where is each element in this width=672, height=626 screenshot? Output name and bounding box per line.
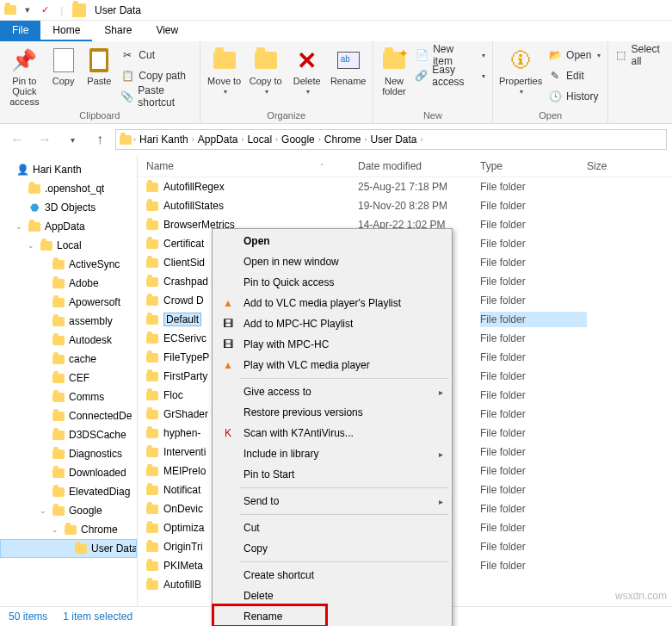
file-type: File folder <box>480 463 587 479</box>
nav-back-button[interactable]: ← <box>5 127 29 152</box>
edit-button[interactable]: ✎Edit <box>546 67 602 84</box>
crumb[interactable]: Google <box>280 133 317 146</box>
ctx-delete[interactable]: Delete <box>214 586 450 606</box>
ctx-create-shortcut[interactable]: Create shortcut <box>214 565 450 586</box>
address-bar[interactable]: › Hari Kanth› AppData› Local› Google› Ch… <box>115 129 667 150</box>
tree-item[interactable]: ⌄AppData <box>0 217 137 236</box>
qat-dropdown-icon[interactable]: ▾ <box>21 3 34 17</box>
tree-item[interactable]: Comms <box>0 387 137 406</box>
file-type: File folder <box>480 274 587 289</box>
tree-item[interactable]: ⌄Local <box>0 236 137 255</box>
folder-icon <box>52 485 65 499</box>
ctx-send-to[interactable]: Send to <box>214 491 450 511</box>
group-organize: Move to Copy to ✕ Delete Rename Organize <box>200 41 373 123</box>
tree-item[interactable]: ConnectedDe <box>0 406 137 425</box>
tab-home[interactable]: Home <box>40 21 92 41</box>
ctx-copy[interactable]: Copy <box>214 538 450 559</box>
title-bar: ▾ ✓ | User Data <box>0 0 672 21</box>
paste-shortcut-button[interactable]: 📎Paste shortcut <box>119 88 194 105</box>
file-type: File folder <box>480 369 587 384</box>
file-name: Default <box>163 313 201 326</box>
mpc-icon: 🎞 <box>219 315 237 332</box>
ctx-restore-versions[interactable]: Restore previous versions <box>214 402 450 423</box>
qat-props-icon[interactable]: ✓ <box>38 3 52 17</box>
crumb[interactable]: Local <box>245 133 274 146</box>
ctx-open-new-window[interactable]: Open in new window <box>214 251 450 272</box>
tree-item[interactable]: ⬣3D Objects <box>0 198 137 217</box>
ctx-include-library[interactable]: Include in library <box>214 443 450 464</box>
move-to-button[interactable]: Move to <box>206 43 244 96</box>
copy-button[interactable]: Copy <box>47 43 80 107</box>
tree-item[interactable]: Diagnostics <box>0 444 137 463</box>
tab-share[interactable]: Share <box>92 21 144 41</box>
cut-button[interactable]: ✂Cut <box>119 46 194 64</box>
ctx-cut[interactable]: Cut <box>214 518 450 538</box>
file-row[interactable]: AutofillRegex25-Aug-21 7:18 PMFile folde… <box>138 177 672 196</box>
tree-item[interactable]: ⌄Chrome <box>0 520 137 539</box>
ctx-pin-start[interactable]: Pin to Start <box>214 464 450 485</box>
tree-item[interactable]: ⌄Google <box>0 501 137 520</box>
ctx-mpc-play[interactable]: 🎞Play with MPC-HC <box>214 334 450 355</box>
new-folder-button[interactable]: ✦ New folder <box>379 43 410 96</box>
rename-button[interactable]: Rename <box>330 43 367 96</box>
tree-item[interactable]: .openshot_qt <box>0 179 137 198</box>
ctx-pin-quick-access[interactable]: Pin to Quick access <box>214 272 450 293</box>
tree-item[interactable]: Adobe <box>0 274 137 293</box>
folder-icon <box>146 391 158 400</box>
col-date[interactable]: Date modified <box>358 160 480 172</box>
tree-item[interactable]: assembly <box>0 312 137 331</box>
paste-button[interactable]: Paste <box>83 43 115 107</box>
file-name: OriginTri <box>163 541 203 553</box>
delete-icon: ✕ <box>297 46 317 75</box>
column-headers[interactable]: Name˄ Date modified Type Size <box>138 155 672 177</box>
new-item-button[interactable]: 📄New item <box>413 46 487 64</box>
delete-button[interactable]: ✕ Delete <box>288 43 326 96</box>
tree-item[interactable]: Autodesk <box>0 331 137 350</box>
file-row[interactable]: AutofillStates19-Nov-20 8:28 PMFile fold… <box>138 196 672 215</box>
crumb[interactable]: Chrome <box>323 133 363 146</box>
copy-to-button[interactable]: Copy to <box>247 43 285 96</box>
history-button[interactable]: 🕓History <box>546 88 602 105</box>
col-size[interactable]: Size <box>587 160 672 172</box>
ctx-vlc-playlist[interactable]: ▲Add to VLC media player's Playlist <box>214 293 450 313</box>
tree-item[interactable]: User Data <box>0 539 137 558</box>
col-name[interactable]: Name˄ <box>138 160 358 172</box>
folder-icon <box>52 314 65 328</box>
ctx-rename[interactable]: Rename <box>214 606 450 626</box>
pin-quick-access-button[interactable]: 📌 Pin to Quick access <box>5 43 44 107</box>
tree-item[interactable]: Apowersoft <box>0 293 137 312</box>
crumb[interactable]: Hari Kanth <box>138 133 190 146</box>
ctx-open[interactable]: Open <box>214 231 450 251</box>
nav-recent-button[interactable]: ▾ <box>60 127 84 152</box>
ctx-scan-antivirus[interactable]: KScan with K7AntiVirus... <box>214 423 450 443</box>
chevron-right-icon[interactable]: › <box>133 135 136 144</box>
folder-icon <box>146 201 158 211</box>
easy-access-button[interactable]: 🔗Easy access <box>413 67 487 84</box>
crumb[interactable]: AppData <box>196 133 240 146</box>
ctx-separator <box>240 487 448 488</box>
tree-item[interactable]: D3DSCache <box>0 425 137 444</box>
nav-forward-button[interactable]: → <box>33 127 57 152</box>
tree-item-label: Local <box>57 239 82 251</box>
tree-item[interactable]: 👤Hari Kanth <box>0 160 137 179</box>
tree-item[interactable]: ActiveSync <box>0 255 137 274</box>
ctx-give-access[interactable]: Give access to <box>214 381 450 402</box>
tab-view[interactable]: View <box>144 21 190 41</box>
open-button[interactable]: 📂Open <box>546 46 602 64</box>
tab-file[interactable]: File <box>0 21 40 41</box>
file-type: File folder <box>480 425 587 441</box>
select-all-button[interactable]: ⬚Select all <box>613 46 667 64</box>
ctx-mpc-playlist[interactable]: 🎞Add to MPC-HC Playlist <box>214 313 450 334</box>
copy-path-button[interactable]: 📋Copy path <box>119 67 194 84</box>
tree-item[interactable]: ElevatedDiag <box>0 482 137 501</box>
nav-up-button[interactable]: ↑ <box>88 127 112 152</box>
ctx-vlc-play[interactable]: ▲Play with VLC media player <box>214 355 450 375</box>
tree-item[interactable]: CEF <box>0 369 137 387</box>
tree-item[interactable]: cache <box>0 350 137 369</box>
properties-button[interactable]: 🛈 Properties <box>498 43 543 105</box>
crumb[interactable]: User Data <box>368 133 418 146</box>
col-type[interactable]: Type <box>480 160 587 172</box>
easyaccess-icon: 🔗 <box>415 69 428 83</box>
nav-tree[interactable]: 👤Hari Kanth.openshot_qt⬣3D Objects⌄AppDa… <box>0 155 138 606</box>
tree-item[interactable]: Downloaded <box>0 463 137 482</box>
